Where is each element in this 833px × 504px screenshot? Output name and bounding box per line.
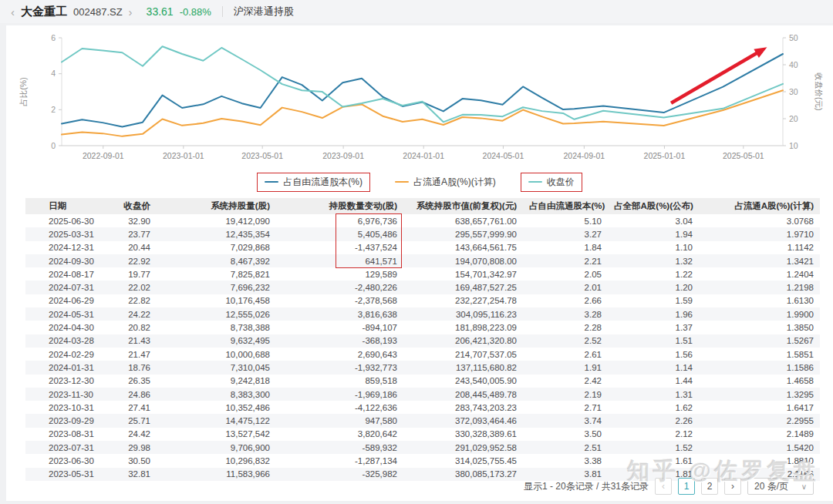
table-cell: 2.42 — [523, 375, 608, 388]
table-cell: 24.42 — [103, 428, 157, 441]
table-cell: -4,122,636 — [276, 401, 403, 414]
chart-canvas[interactable]: 024610203040502022-09-012023-01-012023-0… — [8, 30, 827, 175]
table-row: 2024-04-3020.828,738,388-894,107181,898,… — [25, 321, 820, 334]
table-cell: 27.41 — [103, 401, 157, 414]
stock-price: 33.61 — [147, 5, 174, 18]
table-cell: 1.84 — [523, 241, 608, 254]
table-cell: 7,696,232 — [157, 281, 276, 294]
svg-text:2025-01-01: 2025-01-01 — [644, 151, 686, 160]
table-cell: 5.10 — [523, 214, 608, 227]
table-cell: 19.77 — [103, 267, 157, 281]
table-cell: -589,932 — [276, 441, 403, 454]
pagination-summary: 显示1 - 20条记录 / 共31条记录 — [524, 480, 649, 493]
table-cell: 3.28 — [523, 307, 608, 321]
column-header-6: 占全部A股(%)(公布) — [608, 198, 699, 214]
table-cell: 2,690,643 — [276, 348, 403, 361]
table-cell: 206,421,320.80 — [403, 334, 523, 348]
holdings-chart[interactable]: 024610203040502022-09-012023-01-012023-0… — [6, 25, 833, 190]
table-cell: 2024-12-31 — [25, 241, 103, 254]
table-cell: 8,467,392 — [157, 254, 276, 267]
table-cell: 7,029,868 — [157, 241, 276, 254]
table-cell: 380,085,173.27 — [403, 468, 523, 481]
table-cell: 3.38 — [523, 454, 608, 467]
table-cell: 2024-03-28 — [25, 334, 103, 348]
chevron-down-icon: ∨ — [801, 482, 807, 491]
table-cell: 1.51 — [608, 334, 699, 348]
table-cell: 2.52 — [523, 334, 608, 348]
table-cell: 21.47 — [103, 348, 157, 361]
table-cell: 2.1489 — [699, 428, 820, 441]
table-cell: 2.28 — [523, 321, 608, 334]
tab-hk-connect-holdings[interactable]: 沪深港通持股 — [234, 5, 294, 18]
svg-text:6: 6 — [51, 33, 56, 42]
table-cell: 1.31 — [608, 388, 699, 401]
page-button-2[interactable]: 2 — [701, 478, 718, 495]
table-cell: 2.71 — [523, 401, 608, 414]
table-cell: -1,932,773 — [276, 361, 403, 374]
table-cell: 2023-05-31 — [25, 468, 103, 481]
table-cell: 1.44 — [608, 375, 699, 388]
table-row: 2024-01-3118.767,310,045-1,932,773137,11… — [25, 361, 820, 374]
table-cell: 1.62 — [608, 401, 699, 414]
table-cell: 18.76 — [103, 361, 157, 374]
table-cell: 2024-01-31 — [25, 361, 103, 374]
legend-item-2[interactable]: 收盘价 — [521, 173, 582, 192]
forward-icon[interactable]: › — [129, 5, 133, 18]
table-cell: 243,540,005.90 — [403, 375, 523, 388]
column-header-4: 系统持股市值(前复权)(元) — [403, 198, 523, 214]
next-page-button[interactable]: › — [724, 478, 741, 495]
prev-page-button[interactable]: ‹ — [655, 478, 672, 495]
table-cell: 1.10 — [608, 241, 699, 254]
table-cell: 2024-06-29 — [25, 294, 103, 307]
table-cell: 2023-12-30 — [25, 375, 103, 388]
back-icon[interactable]: ‹ — [11, 5, 15, 18]
table-cell: 2.66 — [523, 294, 608, 307]
table-cell: -1,437,524 — [276, 241, 403, 254]
table-cell: 2024-08-17 — [25, 267, 103, 281]
page-size-select[interactable]: 20 条/页 ∨ — [747, 478, 814, 495]
table-cell: 1.1142 — [699, 241, 820, 254]
table-cell: 2.12 — [608, 428, 699, 441]
table-cell: 372,093,464.46 — [403, 414, 523, 427]
table-cell: 2024-05-31 — [25, 307, 103, 321]
table-header-row: 日期收盘价系统持股量(股)持股数量变动(股)系统持股市值(前复权)(元)占自由流… — [25, 198, 820, 214]
table-cell: 2023-10-31 — [25, 401, 103, 414]
table-row: 2023-12-3026.359,242,818859,518243,540,0… — [25, 375, 820, 388]
svg-text:2024-09-01: 2024-09-01 — [564, 151, 605, 160]
table-cell: 641,571 — [276, 254, 403, 267]
column-header-1: 收盘价 — [103, 198, 157, 214]
svg-text:50: 50 — [789, 33, 798, 42]
table-row: 2024-09-3022.928,467,392641,571194,070,8… — [25, 254, 820, 267]
table-cell: 1.14 — [608, 361, 699, 374]
svg-text:2023-05-01: 2023-05-01 — [241, 151, 283, 160]
table-cell: 291,029,952.58 — [403, 441, 523, 454]
table-row: 2024-07-3122.027,696,232-2,480,226169,48… — [25, 281, 820, 294]
legend-item-0[interactable]: 占自由流通股本(%) — [257, 173, 370, 192]
table-cell: 283,743,203.23 — [403, 401, 523, 414]
table-cell: 10,176,458 — [157, 294, 276, 307]
legend-item-1[interactable]: 占流通A股(%)(计算) — [387, 173, 504, 192]
table-cell: -368,193 — [276, 334, 403, 348]
table-cell: 3.74 — [523, 414, 608, 427]
table-cell: 9,706,900 — [157, 441, 276, 454]
table-cell: -1,287,134 — [276, 454, 403, 467]
svg-text:2025-05-01: 2025-05-01 — [723, 151, 764, 160]
table-cell: 1.96 — [608, 307, 699, 321]
page-button-1[interactable]: 1 — [678, 478, 695, 495]
table-cell: 314,025,755.45 — [403, 454, 523, 467]
table-cell: -894,107 — [276, 321, 403, 334]
table-cell: 2023-09-29 — [25, 414, 103, 427]
table-cell: 214,707,537.05 — [403, 348, 523, 361]
table-cell: 2024-09-30 — [25, 254, 103, 267]
svg-text:2024-05-01: 2024-05-01 — [483, 151, 524, 160]
table-cell: 19,412,090 — [157, 214, 276, 227]
table-cell: 947,580 — [276, 414, 403, 427]
table-cell: 1.32 — [608, 254, 699, 267]
table-cell: -2,378,568 — [276, 294, 403, 307]
table-cell: 1.5851 — [699, 348, 820, 361]
table-cell: 24.86 — [103, 388, 157, 401]
table-cell: -1,969,186 — [276, 388, 403, 401]
table-cell: 3,820,642 — [276, 428, 403, 441]
table-cell: 295,557,999.90 — [403, 227, 523, 240]
table-cell: 9,632,495 — [157, 334, 276, 348]
